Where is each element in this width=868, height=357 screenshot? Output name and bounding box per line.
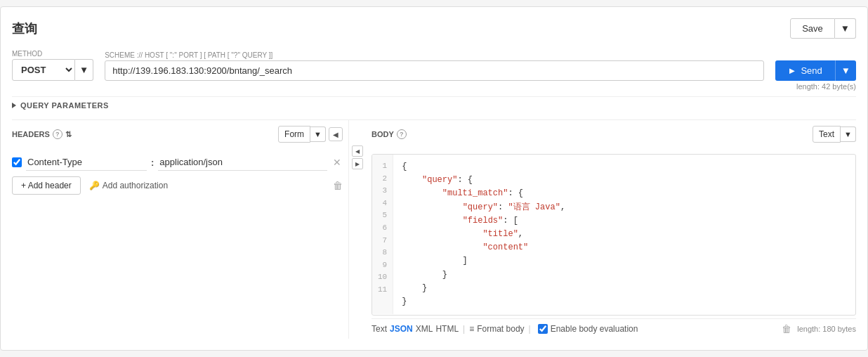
save-btn-group: Save ▼ (790, 18, 856, 39)
header-value-input[interactable] (158, 154, 327, 171)
chevron-right-icon (12, 103, 16, 108)
collapse-headers-button[interactable]: ◀ (329, 127, 343, 141)
code-lines: 1234567891011 { "query": { "multi_match"… (372, 155, 855, 314)
save-button[interactable]: Save (790, 18, 835, 39)
form-select-button[interactable]: Form (278, 126, 310, 143)
enable-eval-group: Enable body evaluation (538, 324, 638, 334)
code-content[interactable]: { "query": { "multi_match": { "query": "… (393, 155, 574, 314)
format-text[interactable]: Text (371, 324, 387, 334)
headers-sort-icon[interactable]: ⇅ (65, 130, 72, 139)
form-dropdown-button[interactable]: ▼ (310, 126, 326, 142)
bottom-section: HEADERS ? ⇅ Form ▼ ◀ : (12, 119, 856, 339)
format-xml[interactable]: XML (416, 324, 433, 334)
body-length-info: length: 180 bytes (797, 325, 856, 333)
save-dropdown-button[interactable]: ▼ (835, 18, 856, 39)
method-select[interactable]: POST GET PUT DELETE (12, 59, 75, 81)
add-authorization-button[interactable]: 🔑 Add authorization (89, 181, 168, 190)
enable-eval-label: Enable body evaluation (551, 324, 638, 334)
method-group: METHOD POST GET PUT DELETE ▼ (12, 50, 93, 81)
body-footer-right: 🗑 length: 180 bytes (782, 323, 856, 335)
method-select-group: POST GET PUT DELETE ▼ (12, 59, 93, 81)
url-section: METHOD POST GET PUT DELETE ▼ SCHEME :// … (12, 50, 856, 81)
form-select-group: Form ▼ (278, 126, 326, 143)
headers-title: HEADERS ? ⇅ (12, 129, 72, 139)
line-numbers: 1234567891011 (372, 155, 393, 314)
header-colon: : (151, 157, 154, 168)
send-button[interactable]: ► Send (775, 60, 835, 81)
send-dropdown-button[interactable]: ▼ (835, 60, 856, 81)
headers-panel: HEADERS ? ⇅ Form ▼ ◀ : (12, 120, 349, 339)
header-key-input[interactable] (26, 154, 147, 171)
top-bar: 查询 Save ▼ (12, 18, 856, 39)
delete-all-headers-icon[interactable]: 🗑 (333, 180, 343, 191)
send-btn-group: ► Send ▼ (775, 60, 856, 81)
header-checkbox[interactable] (12, 157, 22, 167)
format-json[interactable]: JSON (390, 324, 413, 334)
body-info-icon[interactable]: ? (397, 129, 407, 139)
expand-right-button[interactable]: ▶ (352, 158, 363, 169)
body-delete-icon[interactable]: 🗑 (782, 323, 791, 335)
headers-info-icon[interactable]: ? (53, 129, 63, 139)
enable-eval-checkbox[interactable] (538, 324, 548, 334)
headers-actions-row: + Add header 🔑 Add authorization 🗑 (12, 176, 343, 195)
page-title: 查询 (12, 20, 37, 37)
code-editor[interactable]: 1234567891011 { "query": { "multi_match"… (371, 154, 856, 316)
collapse-left-button[interactable]: ◀ (352, 145, 363, 157)
main-container: 查询 Save ▼ METHOD POST GET PUT DELETE ▼ (0, 6, 868, 351)
text-select-button[interactable]: Text (813, 126, 841, 143)
format-html[interactable]: HTML (435, 324, 459, 334)
format-options: Text JSON XML HTML | ≡ Format body | (371, 324, 532, 334)
method-label: METHOD (12, 50, 93, 58)
body-footer-left: Text JSON XML HTML | ≡ Format body | En (371, 324, 638, 334)
body-panel: BODY ? Text ▼ 1234567891011 { "query": {… (366, 120, 856, 339)
format-icon: ≡ (469, 324, 474, 334)
body-panel-header: BODY ? Text ▼ (371, 120, 856, 148)
url-input[interactable] (105, 60, 763, 81)
url-label: SCHEME :// HOST [ ":" PORT ] [ PATH [ "?… (105, 51, 763, 59)
method-dropdown-button[interactable]: ▼ (75, 59, 93, 81)
send-icon: ► (788, 65, 797, 76)
header-row: : ✕ (12, 154, 343, 171)
query-params-label[interactable]: QUERY PARAMETERS (20, 101, 109, 110)
key-icon: 🔑 (89, 181, 100, 190)
text-select-group: Text ▼ (813, 126, 856, 143)
header-delete-button[interactable]: ✕ (331, 155, 343, 169)
query-params-row[interactable]: QUERY PARAMETERS (12, 96, 856, 114)
body-footer: Text JSON XML HTML | ≡ Format body | En (371, 318, 856, 339)
panel-arrows: ◀ ▶ (349, 120, 366, 339)
request-length-info: length: 42 byte(s) (12, 82, 856, 91)
headers-panel-header: HEADERS ? ⇅ Form ▼ ◀ (12, 120, 343, 148)
add-header-button[interactable]: + Add header (12, 176, 81, 195)
format-body-button[interactable]: ≡ Format body (469, 324, 524, 334)
text-dropdown-button[interactable]: ▼ (841, 126, 856, 142)
url-group: SCHEME :// HOST [ ":" PORT ] [ PATH [ "?… (105, 51, 763, 81)
body-title: BODY ? (371, 129, 407, 139)
